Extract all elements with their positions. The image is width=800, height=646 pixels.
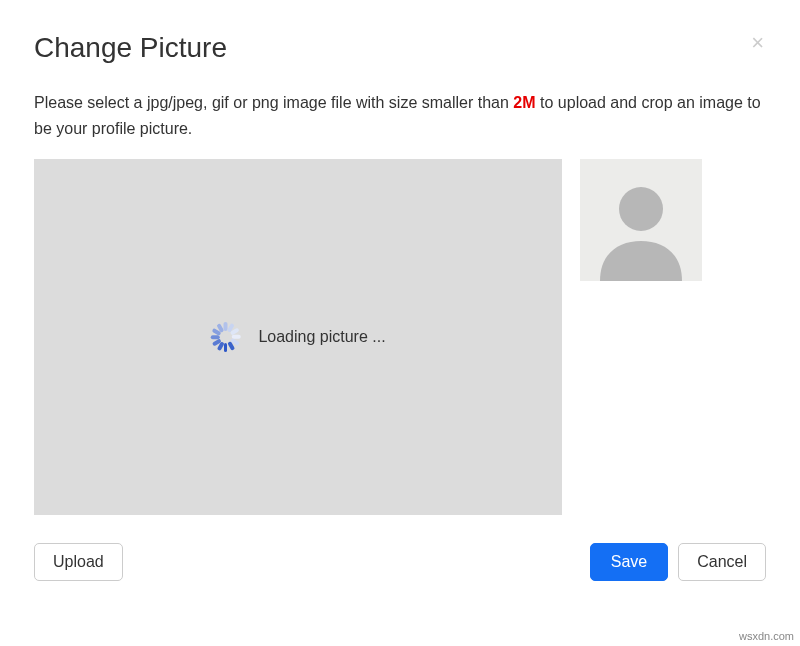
profile-preview <box>580 159 702 281</box>
avatar-placeholder-icon <box>580 159 702 281</box>
upload-button[interactable]: Upload <box>34 543 123 581</box>
cancel-button[interactable]: Cancel <box>678 543 766 581</box>
instruction-text: Please select a jpg/jpeg, gif or png ima… <box>34 90 766 141</box>
crop-area[interactable]: Loading picture ... <box>34 159 562 515</box>
modal-footer: Upload Save Cancel <box>34 543 766 581</box>
loading-spinner-icon <box>210 322 240 352</box>
change-picture-modal: × Change Picture Please select a jpg/jpe… <box>0 0 800 605</box>
save-button[interactable]: Save <box>590 543 668 581</box>
size-limit: 2M <box>513 94 535 111</box>
svg-point-1 <box>619 187 663 231</box>
content-row: Loading picture ... <box>34 159 766 515</box>
close-icon[interactable]: × <box>751 32 764 54</box>
modal-title: Change Picture <box>34 32 766 64</box>
watermark-text: wsxdn.com <box>739 630 794 642</box>
instruction-pre: Please select a jpg/jpeg, gif or png ima… <box>34 94 513 111</box>
loading-text: Loading picture ... <box>258 328 385 346</box>
